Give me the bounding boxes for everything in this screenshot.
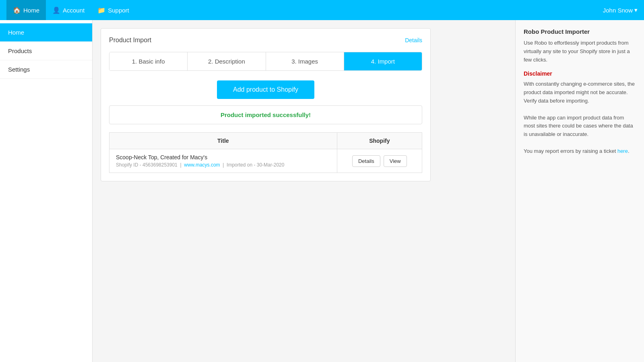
disclaimer-body: With constantly changing e-commerce site… — [524, 80, 636, 155]
product-info-cell: Scoop-Neck Top, Created for Macy's Shopi… — [109, 149, 337, 173]
col-title: Title — [109, 133, 337, 149]
product-name: Scoop-Neck Top, Created for Macy's — [116, 154, 330, 160]
success-message: Product imported successfully! — [221, 111, 311, 118]
nav-account-label: Account — [63, 7, 85, 14]
import-tabs: 1. Basic info 2. Description 3. Images 4… — [109, 52, 422, 71]
support-icon: 📁 — [97, 6, 105, 14]
panel-title: Robo Product Importer — [524, 28, 636, 35]
tab-basic-info[interactable]: 1. Basic info — [109, 52, 188, 70]
tab-import[interactable]: 4. Import — [344, 52, 422, 70]
product-import-card: Product Import Details 1. Basic info 2. … — [101, 28, 431, 181]
shopify-id: Shopify ID - 4563698253901 — [116, 162, 178, 168]
add-to-shopify-button[interactable]: Add product to Shopify — [217, 80, 314, 99]
nav-home-label: Home — [23, 7, 39, 14]
tab-basic-info-label: 1. Basic info — [132, 58, 165, 65]
disclaimer-text-1: With constantly changing e-commerce site… — [524, 81, 635, 104]
nav-account[interactable]: 👤 Account — [46, 0, 91, 20]
panel-description: Use Robo to effortlessly import products… — [524, 39, 636, 64]
sidebar-settings-label: Settings — [8, 66, 30, 73]
nav-home[interactable]: 🏠 Home — [6, 0, 46, 20]
product-meta: Shopify ID - 4563698253901 | www.macys.c… — [116, 162, 330, 168]
details-link[interactable]: Details — [405, 37, 422, 43]
layout: Home Products Settings Product Import De… — [0, 20, 644, 362]
tab-description[interactable]: 2. Description — [188, 52, 266, 70]
view-button[interactable]: View — [384, 155, 407, 167]
col-title-label: Title — [217, 138, 229, 144]
card-title: Product Import — [109, 37, 151, 44]
success-box: Product imported successfully! — [109, 105, 422, 124]
table-row: Scoop-Neck Top, Created for Macy's Shopi… — [109, 149, 422, 173]
sidebar-home-label: Home — [8, 29, 24, 36]
tab-images-label: 3. Images — [291, 58, 318, 65]
col-shopify-label: Shopify — [369, 138, 390, 144]
source-url-link[interactable]: www.macys.com — [184, 162, 220, 168]
sidebar-products-label: Products — [8, 47, 32, 54]
disclaimer-period: . — [628, 148, 630, 154]
nav-support-label: Support — [108, 7, 129, 14]
right-panel: Robo Product Importer Use Robo to effort… — [515, 20, 644, 362]
shopify-actions-cell: Details View — [337, 149, 422, 173]
tab-description-label: 2. Description — [208, 58, 245, 65]
add-button-wrap: Add product to Shopify — [109, 80, 422, 99]
disclaimer-text-3: You may report errors by raising a ticke… — [524, 148, 617, 154]
card-header: Product Import Details — [109, 37, 422, 44]
user-caret-icon: ▾ — [634, 6, 638, 14]
main-content: Product Import Details 1. Basic info 2. … — [93, 20, 515, 362]
disclaimer-text-2: While the app can import product data fr… — [524, 115, 633, 138]
disclaimer-link[interactable]: here — [617, 148, 628, 154]
disclaimer-title: Disclaimer — [524, 70, 636, 77]
sidebar: Home Products Settings — [0, 20, 93, 362]
user-name: John Snow — [603, 7, 633, 14]
account-icon: 👤 — [52, 6, 60, 14]
tab-images[interactable]: 3. Images — [266, 52, 344, 70]
product-table: Title Shopify Scoop-Neck Top, Created fo… — [109, 132, 422, 173]
sidebar-item-home[interactable]: Home — [0, 23, 92, 42]
sidebar-item-products[interactable]: Products — [0, 42, 92, 60]
imported-on: Imported on - 30-Mar-2020 — [227, 162, 284, 168]
details-button[interactable]: Details — [352, 155, 380, 167]
top-nav: 🏠 Home 👤 Account 📁 Support John Snow ▾ — [0, 0, 644, 20]
user-menu[interactable]: John Snow ▾ — [603, 6, 638, 14]
nav-support[interactable]: 📁 Support — [91, 0, 136, 20]
col-shopify: Shopify — [337, 133, 422, 149]
shopify-actions: Details View — [344, 155, 415, 167]
sidebar-item-settings[interactable]: Settings — [0, 60, 92, 79]
tab-import-label: 4. Import — [371, 58, 395, 65]
home-icon: 🏠 — [13, 6, 21, 14]
